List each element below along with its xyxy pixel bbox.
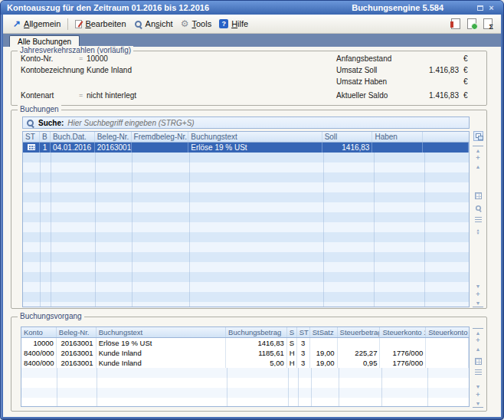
tabstrip: Alle Buchungen bbox=[3, 34, 501, 47]
cell-betrag: 1416,83 bbox=[226, 338, 287, 348]
cell-buchdat: 04.01.2016 bbox=[51, 143, 95, 153]
cell-steuerkonto2 bbox=[426, 358, 469, 368]
cell-steuerkonto1 bbox=[380, 338, 426, 348]
menu-allgemein[interactable]: ↗ Allgemein bbox=[9, 18, 64, 30]
sum-document-icon: Σ bbox=[483, 18, 493, 29]
column-separator bbox=[132, 143, 133, 307]
column-header-soll[interactable]: Soll bbox=[322, 132, 373, 142]
cell-belegnr: 20163001 bbox=[57, 348, 97, 358]
column-header-s[interactable]: S bbox=[287, 327, 297, 337]
field-value-umsatz-soll: 1.416,83 bbox=[368, 66, 459, 74]
restore-button[interactable] bbox=[474, 3, 486, 13]
field-separator-icon: = bbox=[79, 66, 83, 74]
groupbox-jahresverkehrszahlen: Jahresverkehrszahlen (vorläufig) Konto-N… bbox=[11, 51, 487, 106]
cell-belegnr: 20163001 bbox=[57, 338, 97, 348]
column-separator bbox=[323, 143, 324, 307]
goto-first-button[interactable]: ▲ bbox=[473, 328, 483, 336]
sort-icon[interactable]: ▲▼ bbox=[476, 228, 480, 235]
column-header-b[interactable]: B bbox=[40, 132, 51, 142]
table-nav-strip: ▲ + ▲ ▲▼ ▼ + ▼ bbox=[472, 131, 484, 307]
field-value-kontobezeichnung: Kunde Inland bbox=[87, 66, 132, 74]
row-down-button[interactable]: ▼ bbox=[473, 382, 483, 391]
table-header: ST B Buch.Dat. Beleg-Nr. Fremdbeleg-Nr. … bbox=[23, 132, 469, 143]
cell-stsatz: 19,00 bbox=[310, 358, 338, 368]
table-nav-strip: ▲ + ▲ ▼ + ▼ bbox=[472, 328, 484, 408]
column-header-konto[interactable]: Konto bbox=[21, 327, 57, 337]
table-row[interactable]: 8400/000 20163001 Kunde Inland 5,00 H 3 … bbox=[21, 358, 469, 368]
column-header-steuerbetrag[interactable]: Steuerbetrag bbox=[338, 327, 381, 337]
table-row[interactable]: 8400/000 20163001 Kunde Inland 1185,61 H… bbox=[21, 348, 469, 358]
cell-filler bbox=[423, 143, 469, 153]
cell-s: H bbox=[287, 348, 297, 358]
cell-st: 3 bbox=[297, 348, 310, 358]
table-row-selected[interactable]: 1 04.01.2016 20163001 Erlöse 19 % USt 14… bbox=[23, 143, 469, 153]
column-header-buchungstext[interactable]: Buchungstext bbox=[97, 327, 226, 337]
menu-ansicht[interactable]: Ansicht bbox=[130, 18, 177, 30]
export-button[interactable] bbox=[465, 17, 479, 31]
cell-b: 1 bbox=[40, 143, 51, 153]
column-separator bbox=[374, 143, 375, 307]
row-up-button[interactable]: ▲ bbox=[473, 345, 483, 353]
scroll-up-button[interactable]: + bbox=[473, 336, 483, 345]
table-tool-icons: ▲▼ bbox=[474, 192, 483, 235]
column-chooser-icon[interactable] bbox=[473, 131, 483, 141]
grid-view-icon[interactable] bbox=[475, 192, 482, 199]
menu-hilfe[interactable]: ? Hilfe bbox=[215, 18, 252, 30]
column-header-buchungsbetrag[interactable]: Buchungsbetrag bbox=[226, 327, 287, 337]
column-header-buchungstext[interactable]: Buchungstext bbox=[188, 132, 322, 142]
goto-last-button[interactable]: ▼ bbox=[473, 399, 483, 408]
table-row[interactable]: 10000 20163001 Erlöse 19 % USt 1416,83 S… bbox=[21, 338, 469, 348]
menu-separator bbox=[67, 18, 68, 30]
menu-bearbeiten[interactable]: Bearbeiten bbox=[71, 18, 129, 30]
edit-icon bbox=[75, 20, 82, 28]
cell-st: 3 bbox=[297, 358, 310, 368]
report-document-icon bbox=[451, 18, 460, 29]
scroll-down-button[interactable]: + bbox=[473, 391, 483, 399]
app-version: Buchungsengine 5.584 bbox=[352, 3, 443, 12]
row-type-cell bbox=[23, 143, 40, 153]
column-separator bbox=[40, 143, 41, 307]
grid-icon bbox=[28, 144, 35, 150]
column-header-st[interactable]: ST bbox=[23, 132, 40, 142]
app-window: Kontoauszug für den Zeitraum 01.2016 bis… bbox=[0, 0, 504, 420]
column-header-belegnr[interactable]: Beleg-Nr. bbox=[95, 132, 132, 142]
scroll-down-button[interactable]: + bbox=[473, 290, 483, 299]
row-up-button[interactable]: ▲ bbox=[473, 162, 483, 171]
cell-konto: 10000 bbox=[21, 338, 57, 348]
goto-first-button[interactable]: ▲ bbox=[473, 146, 483, 154]
list-view-icon[interactable] bbox=[475, 217, 482, 224]
buchungen-table: ST B Buch.Dat. Beleg-Nr. Fremdbeleg-Nr. … bbox=[22, 131, 470, 307]
column-header-belegnr[interactable]: Beleg-Nr. bbox=[57, 327, 97, 337]
cell-stsatz bbox=[310, 338, 338, 348]
cell-betrag: 5,00 bbox=[226, 358, 287, 368]
column-header-steuerkonto2[interactable]: Steuerkonto 2 bbox=[426, 327, 469, 337]
column-header-buchdat[interactable]: Buch.Dat. bbox=[51, 132, 95, 142]
field-value-kontenart: nicht hinterlegt bbox=[87, 91, 136, 100]
goto-last-button[interactable]: ▼ bbox=[473, 299, 483, 307]
search-placeholder: Hier Suchbegriff eingeben (STRG+S) bbox=[67, 119, 194, 127]
column-header-st[interactable]: ST bbox=[297, 327, 310, 337]
grid-view-icon[interactable] bbox=[475, 358, 482, 365]
cell-soll: 1416,83 bbox=[322, 143, 373, 153]
help-icon: ? bbox=[219, 19, 228, 28]
column-separator bbox=[51, 143, 51, 307]
field-label-kontenart: Kontenart bbox=[21, 91, 54, 100]
list-view-icon[interactable] bbox=[475, 369, 482, 376]
cell-steuerkonto1: 1776/000 bbox=[380, 348, 426, 358]
sum-export-button[interactable]: Σ bbox=[481, 17, 495, 31]
report-button[interactable] bbox=[449, 17, 463, 31]
currency-unit: € bbox=[463, 77, 468, 86]
search-bar[interactable]: Suche: Hier Suchbegriff eingeben (STRG+S… bbox=[22, 116, 470, 129]
search-rows-icon[interactable] bbox=[475, 205, 482, 212]
menu-tools[interactable]: ⚙ Tools bbox=[177, 18, 215, 30]
cell-haben bbox=[372, 143, 423, 153]
groupbox-title: Buchungen bbox=[18, 105, 61, 113]
cell-steuerkonto1: 1776/000 bbox=[380, 358, 426, 368]
scroll-up-button[interactable]: + bbox=[473, 154, 483, 162]
column-header-stsatz[interactable]: StSatz bbox=[310, 327, 338, 337]
row-down-button[interactable]: ▼ bbox=[473, 282, 483, 290]
column-header-steuerkonto1[interactable]: Steuerkonto 1 bbox=[380, 327, 426, 337]
close-button[interactable]: × bbox=[486, 3, 497, 13]
column-header-haben[interactable]: Haben bbox=[372, 132, 423, 142]
column-header-fremdbelegnr[interactable]: Fremdbeleg-Nr. bbox=[132, 132, 189, 142]
